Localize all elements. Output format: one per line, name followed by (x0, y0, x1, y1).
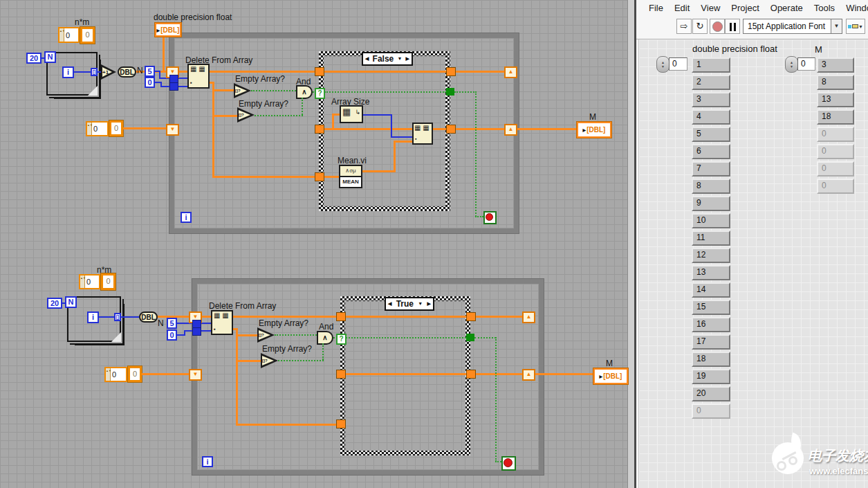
m-array-terminal[interactable]: ▶[DBL] (577, 122, 611, 138)
index-constant[interactable]: 0 (167, 329, 177, 341)
m-array-element[interactable]: 8 (817, 75, 854, 90)
increment-function[interactable]: +1 (101, 64, 116, 80)
loop-condition-terminal[interactable] (501, 456, 516, 471)
dpf-index-value[interactable]: 0 (669, 57, 687, 71)
dpf-array-element[interactable]: 18 (692, 352, 730, 367)
menu-item[interactable]: Operate (765, 3, 809, 13)
font-selector[interactable]: 15pt Application Font (743, 19, 831, 34)
m-index-value[interactable]: 0 (797, 57, 815, 71)
menu-item[interactable]: Tools (809, 3, 840, 13)
dpf-array-element[interactable]: 0 (692, 404, 730, 419)
dpf-array-element[interactable]: 2 (692, 75, 730, 90)
array-constant-index[interactable]: ▲▼0 (104, 367, 127, 382)
case-selector-bottom[interactable]: ◀True▼▶ (385, 297, 434, 311)
case-next-icon[interactable]: ▶ (406, 55, 409, 62)
spinner-icon[interactable]: ▲▼ (80, 275, 85, 288)
case-drop-icon[interactable]: ▼ (418, 300, 423, 307)
dpf-array-element[interactable]: 14 (692, 282, 730, 298)
menu-item[interactable]: Edit (669, 3, 695, 13)
dpf-array-element[interactable]: 13 (692, 265, 730, 280)
nm-index-control[interactable]: ▲▼0 (58, 27, 80, 43)
nm-element[interactable]: 0 (101, 273, 116, 290)
count-constant[interactable]: 20 (26, 53, 41, 64)
array-size-icon[interactable]: ▦↳ (340, 105, 363, 123)
spinner-icon[interactable]: ▲▼ (59, 28, 64, 42)
m-array-terminal[interactable]: ▶[DBL] (593, 368, 628, 384)
delete-from-array-icon[interactable]: ▦ ▦▪ (211, 310, 233, 335)
mean-vi-icon[interactable]: ∧σμ MEAN (339, 165, 362, 188)
iteration-terminal[interactable]: i (181, 212, 192, 223)
dpf-array-element[interactable]: 3 (692, 92, 730, 107)
count-constant[interactable]: 20 (47, 298, 62, 309)
dpf-array-element[interactable]: 7 (692, 161, 730, 177)
dpf-array-element[interactable]: 20 (692, 386, 730, 401)
pause-button[interactable] (725, 19, 740, 34)
array-constant-index[interactable]: ▲▼0 (86, 121, 109, 136)
abort-button[interactable] (710, 19, 725, 34)
m-array-element[interactable]: 18 (817, 109, 854, 125)
dpf-array-element[interactable]: 1 (692, 57, 730, 73)
empty-array-function[interactable]: []? (257, 327, 275, 343)
index-constant[interactable]: 0 (145, 77, 155, 88)
dpf-array-element[interactable]: 4 (692, 109, 730, 125)
iteration-terminal[interactable]: i (87, 311, 99, 323)
loop-condition-terminal[interactable] (483, 211, 497, 224)
spinner-icon[interactable]: ▲▼ (87, 123, 92, 135)
to-dbl-conversion[interactable]: DBL (139, 311, 158, 323)
m-array-element[interactable]: 0 (817, 127, 854, 142)
dpf-index-spinner[interactable]: ▲▼ (656, 56, 670, 73)
spin-down-icon[interactable]: ▼ (790, 64, 793, 69)
run-button[interactable]: ⇨ (676, 19, 692, 34)
case-selector-top[interactable]: ◀False▼▶ (362, 52, 413, 66)
spin-down-icon[interactable]: ▼ (661, 64, 665, 69)
empty-array-function[interactable]: []? (261, 353, 278, 368)
nm-index-control[interactable]: ▲▼0 (79, 274, 100, 289)
align-objects-tool[interactable]: ▼ (846, 19, 865, 34)
insert-into-array-icon[interactable]: ▦ ▦▪ (412, 123, 433, 145)
delete-from-array-icon[interactable]: ▦ ▦▪ (187, 64, 210, 89)
iteration-terminal[interactable]: i (62, 66, 74, 78)
loop-count-terminal[interactable]: N (65, 296, 77, 308)
array-constant-element[interactable]: 0 (128, 366, 142, 382)
dpf-array-element[interactable]: 15 (692, 300, 730, 315)
empty-array-function[interactable]: []? (234, 83, 251, 98)
dpf-array-element[interactable]: 8 (692, 179, 730, 194)
m-array-element[interactable]: 0 (817, 144, 854, 159)
dpf-array-element[interactable]: 19 (692, 369, 730, 384)
case-next-icon[interactable]: ▶ (427, 300, 431, 307)
dpf-array-element[interactable]: 11 (692, 231, 730, 246)
empty-array-function[interactable]: []? (237, 107, 255, 123)
dpf-array-element[interactable]: 9 (692, 196, 730, 211)
menu-item[interactable]: Project (726, 3, 764, 13)
dpf-array-element[interactable]: 17 (692, 334, 730, 350)
spinner-icon[interactable]: ▲▼ (106, 368, 111, 381)
dpf-array-element[interactable]: 10 (692, 213, 730, 228)
menu-item[interactable]: View (695, 3, 726, 13)
m-array-element[interactable]: 13 (817, 92, 854, 107)
case-drop-icon[interactable]: ▼ (397, 55, 402, 62)
dpf-array-terminal[interactable]: ▶[DBL] (155, 23, 181, 37)
menu-item[interactable]: File (643, 3, 669, 13)
dpf-array-element[interactable]: 12 (692, 248, 730, 263)
menu-item[interactable]: Window (840, 3, 868, 13)
iteration-terminal[interactable]: i (202, 456, 213, 467)
array-constant-element[interactable]: 0 (109, 120, 123, 136)
case-prev-icon[interactable]: ◀ (388, 300, 391, 307)
nm-element[interactable]: 0 (80, 27, 95, 44)
font-selector-dropdown[interactable]: ▼ (831, 19, 842, 34)
dpf-array-element[interactable]: 6 (692, 144, 730, 159)
case-prev-icon[interactable]: ◀ (365, 55, 369, 62)
m-array-element[interactable]: 0 (817, 179, 854, 194)
dpf-array-element[interactable]: 16 (692, 317, 730, 332)
length-constant[interactable]: 5 (167, 318, 177, 329)
dpf-array-element[interactable]: 5 (692, 127, 730, 142)
length-constant[interactable]: 5 (145, 66, 155, 77)
run-continuous-button[interactable]: ↻ (692, 19, 708, 34)
m-index-spinner[interactable]: ▲▼ (785, 56, 798, 73)
and-gate[interactable]: ∧ (296, 85, 313, 99)
and-gate[interactable]: ∧ (317, 331, 333, 345)
m-array-element[interactable]: 3 (817, 57, 854, 73)
m-array-element[interactable]: 0 (817, 161, 854, 177)
to-dbl-conversion[interactable]: DBL (118, 66, 136, 78)
loop-count-terminal[interactable]: N (44, 51, 56, 63)
